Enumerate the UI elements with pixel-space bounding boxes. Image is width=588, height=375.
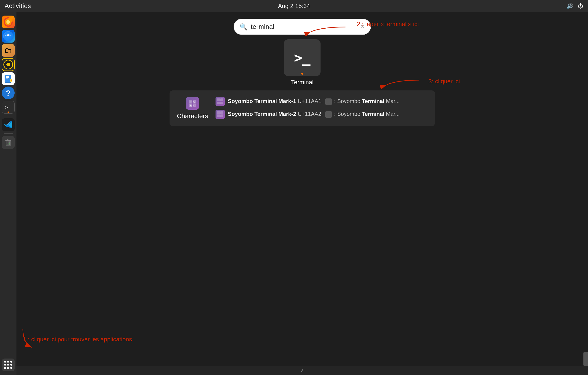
char-result-row-1[interactable]: Soyombo Terminal Mark-1 U+11AA1, : Soyom… (216, 97, 428, 106)
show-applications-button[interactable] (2, 359, 15, 371)
dock-item-thunderbird[interactable] (2, 30, 15, 43)
char-desc-1: : Soyombo Terminal Mar... (334, 98, 399, 104)
grid-dot (10, 361, 12, 363)
grid-dot (10, 367, 12, 369)
svg-rect-6 (6, 77, 9, 78)
dock-item-help[interactable]: ? (2, 86, 15, 99)
scrollbar[interactable] (583, 352, 588, 366)
char-unicode-2: U+11AA2, (298, 111, 325, 117)
char-preview-1 (325, 98, 332, 105)
bottom-bar: ∧ (16, 366, 588, 375)
char-bold-terminal-2: Terminal (362, 111, 384, 117)
system-tray: 🔊 ⏻ (567, 3, 583, 9)
apps-grid-icon (2, 359, 15, 371)
dock-item-files[interactable]: 🗂 (2, 44, 15, 57)
top-bar: Activities Aug 2 15:34 🔊 ⏻ (0, 0, 588, 12)
terminal-prompt-icon: >_ (294, 50, 310, 66)
char-desc-2: : Soyombo Terminal Mar... (334, 111, 399, 117)
dock-item-vscode[interactable] (2, 118, 15, 131)
svg-rect-29 (217, 115, 220, 117)
terminal-search-result: >_ Terminal (284, 39, 321, 86)
terminal-dock-prompt: >_ (5, 104, 11, 110)
grid-dot (4, 361, 6, 363)
terminal-running-dot (301, 73, 303, 75)
svg-text:あ: あ (190, 104, 192, 107)
dock: 🗂 ? >_ (0, 12, 16, 375)
main-content: 🔍 terminal ✕ >_ Terminal 字 A あ (16, 12, 588, 375)
characters-results-list: Soyombo Terminal Mark-1 U+11AA1, : Soyom… (216, 97, 428, 120)
search-container: 🔍 terminal ✕ (234, 19, 371, 35)
search-clear-button[interactable]: ✕ (360, 24, 365, 30)
svg-rect-5 (6, 76, 9, 77)
characters-label: Characters (177, 112, 208, 120)
dock-item-firefox[interactable] (2, 16, 15, 28)
thunderbird-icon-inner (3, 31, 13, 41)
volume-icon[interactable]: 🔊 (567, 3, 573, 9)
svg-rect-30 (220, 115, 223, 117)
characters-section: 字 A あ α Characters (169, 90, 435, 126)
char-name-bold-2: Soyombo Terminal Mark-2 (228, 111, 296, 117)
activities-button[interactable]: Activities (5, 2, 31, 10)
char-name-bold-1: Soyombo Terminal Mark-1 (228, 98, 296, 104)
char-result-icon-2 (216, 110, 225, 119)
dock-item-trash[interactable] (2, 136, 15, 149)
char-result-text-1: Soyombo Terminal Mark-1 U+11AA1, : Soyom… (228, 98, 400, 105)
svg-text:α: α (193, 104, 194, 107)
svg-rect-24 (220, 98, 223, 101)
dock-separator-2 (4, 133, 13, 134)
characters-app-icon: 字 A あ α (186, 97, 199, 110)
clock-display: Aug 2 15:34 (278, 2, 310, 10)
terminal-app-label: Terminal (291, 79, 314, 86)
char-result-row-2[interactable]: Soyombo Terminal Mark-2 U+11AA2, : Soyom… (216, 110, 428, 119)
svg-rect-27 (217, 111, 220, 114)
svg-rect-23 (217, 98, 220, 101)
search-bar[interactable]: 🔍 terminal ✕ (234, 19, 371, 35)
bottom-chevron-up[interactable]: ∧ (301, 368, 304, 373)
dock-separator (4, 116, 13, 116)
rhythmbox-inner (6, 63, 10, 66)
folder-icon: 🗂 (4, 46, 12, 55)
search-value[interactable]: terminal (251, 23, 357, 31)
dock-item-rhythmbox[interactable] (2, 58, 15, 71)
search-icon: 🔍 (240, 23, 248, 31)
grid-dot (7, 364, 9, 366)
grid-dot (10, 364, 12, 366)
power-icon[interactable]: ⏻ (578, 3, 583, 9)
char-preview-2 (325, 111, 332, 118)
grid-dot (7, 361, 9, 363)
svg-rect-28 (220, 111, 223, 114)
svg-text:A: A (193, 100, 195, 103)
svg-text:字: 字 (190, 100, 192, 103)
dock-active-dot (8, 111, 9, 113)
help-question-icon: ? (6, 89, 11, 97)
char-bold-terminal-1: Terminal (362, 98, 384, 104)
char-result-text-2: Soyombo Terminal Mark-2 U+11AA2, : Soyom… (228, 111, 400, 118)
svg-rect-25 (217, 102, 220, 104)
char-unicode-1: U+11AA1, (298, 98, 325, 104)
rhythmbox-circle (3, 60, 13, 69)
terminal-app-icon[interactable]: >_ (284, 39, 321, 76)
svg-rect-26 (220, 102, 223, 104)
characters-app-info: 字 A あ α Characters (177, 97, 208, 120)
dock-item-writer[interactable] (2, 72, 15, 85)
svg-rect-11 (7, 139, 9, 140)
dock-item-terminal[interactable]: >_ (2, 101, 15, 114)
svg-rect-7 (6, 78, 8, 79)
grid-dot (4, 364, 6, 366)
grid-dot (7, 367, 9, 369)
char-result-icon-1 (216, 97, 225, 106)
grid-dot (4, 367, 6, 369)
svg-point-1 (6, 20, 10, 24)
